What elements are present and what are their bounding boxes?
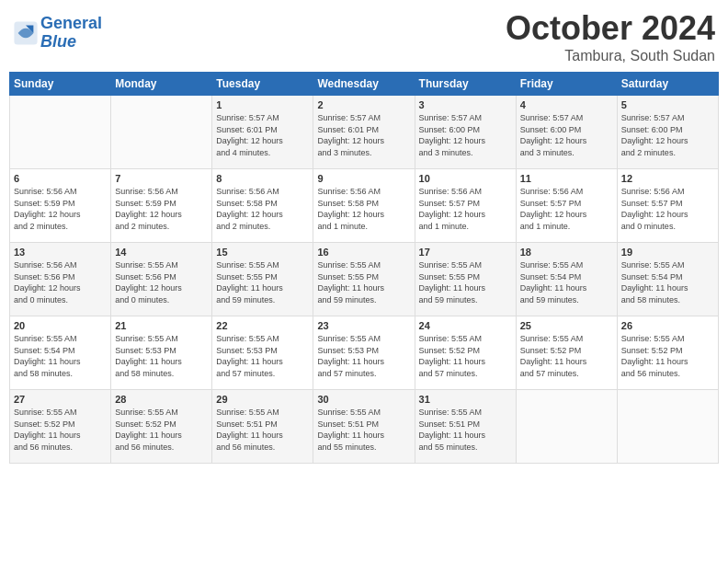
day-number: 26 [621, 320, 714, 331]
day-info: Sunrise: 5:55 AM Sunset: 5:54 PM Dayligh… [621, 259, 714, 305]
calendar-cell: 12Sunrise: 5:56 AM Sunset: 5:57 PM Dayli… [617, 169, 718, 243]
weekday-header: Friday [516, 73, 617, 96]
day-number: 6 [14, 173, 107, 184]
calendar-cell: 2Sunrise: 5:57 AM Sunset: 6:01 PM Daylig… [313, 96, 415, 169]
calendar-cell [10, 96, 111, 169]
calendar-cell: 15Sunrise: 5:55 AM Sunset: 5:55 PM Dayli… [212, 243, 313, 316]
month-title: October 2024 [506, 9, 715, 48]
day-info: Sunrise: 5:55 AM Sunset: 5:52 PM Dayligh… [115, 407, 208, 453]
calendar-cell: 13Sunrise: 5:56 AM Sunset: 5:56 PM Dayli… [10, 243, 111, 316]
day-info: Sunrise: 5:55 AM Sunset: 5:52 PM Dayligh… [621, 333, 714, 379]
weekday-header: Thursday [415, 73, 516, 96]
day-number: 3 [419, 99, 512, 110]
day-info: Sunrise: 5:57 AM Sunset: 6:01 PM Dayligh… [216, 112, 309, 158]
day-info: Sunrise: 5:55 AM Sunset: 5:51 PM Dayligh… [216, 407, 309, 453]
day-info: Sunrise: 5:56 AM Sunset: 5:56 PM Dayligh… [14, 259, 107, 305]
day-info: Sunrise: 5:56 AM Sunset: 5:57 PM Dayligh… [520, 186, 613, 232]
calendar-cell [617, 390, 718, 464]
day-number: 9 [317, 173, 410, 184]
day-info: Sunrise: 5:57 AM Sunset: 6:00 PM Dayligh… [621, 112, 714, 158]
weekday-header: Tuesday [212, 73, 313, 96]
day-number: 25 [520, 320, 613, 331]
day-info: Sunrise: 5:57 AM Sunset: 6:01 PM Dayligh… [317, 112, 410, 158]
calendar-cell: 22Sunrise: 5:55 AM Sunset: 5:53 PM Dayli… [212, 316, 313, 390]
day-info: Sunrise: 5:55 AM Sunset: 5:52 PM Dayligh… [419, 333, 512, 379]
day-info: Sunrise: 5:55 AM Sunset: 5:53 PM Dayligh… [317, 333, 410, 379]
day-number: 15 [216, 247, 309, 258]
calendar-cell: 8Sunrise: 5:56 AM Sunset: 5:58 PM Daylig… [212, 169, 313, 243]
day-number: 14 [115, 247, 208, 258]
day-number: 1 [216, 99, 309, 110]
day-number: 13 [14, 247, 107, 258]
calendar-cell: 14Sunrise: 5:55 AM Sunset: 5:56 PM Dayli… [111, 243, 212, 316]
day-info: Sunrise: 5:55 AM Sunset: 5:52 PM Dayligh… [520, 333, 613, 379]
calendar-week-row: 27Sunrise: 5:55 AM Sunset: 5:52 PM Dayli… [10, 390, 719, 464]
calendar-week-row: 1Sunrise: 5:57 AM Sunset: 6:01 PM Daylig… [10, 96, 719, 169]
day-info: Sunrise: 5:57 AM Sunset: 6:00 PM Dayligh… [419, 112, 512, 158]
calendar-cell: 28Sunrise: 5:55 AM Sunset: 5:52 PM Dayli… [111, 390, 212, 464]
day-number: 31 [419, 394, 512, 405]
calendar-cell: 23Sunrise: 5:55 AM Sunset: 5:53 PM Dayli… [313, 316, 415, 390]
day-number: 28 [115, 394, 208, 405]
page-header: General Blue October 2024 Tambura, South… [9, 9, 719, 64]
calendar-cell: 26Sunrise: 5:55 AM Sunset: 5:52 PM Dayli… [617, 316, 718, 390]
day-number: 5 [621, 99, 714, 110]
calendar-cell: 9Sunrise: 5:56 AM Sunset: 5:58 PM Daylig… [313, 169, 415, 243]
weekday-header: Saturday [617, 73, 718, 96]
day-number: 2 [317, 99, 410, 110]
day-info: Sunrise: 5:56 AM Sunset: 5:57 PM Dayligh… [419, 186, 512, 232]
calendar-cell: 10Sunrise: 5:56 AM Sunset: 5:57 PM Dayli… [415, 169, 516, 243]
calendar-cell: 7Sunrise: 5:56 AM Sunset: 5:59 PM Daylig… [111, 169, 212, 243]
calendar-cell: 27Sunrise: 5:55 AM Sunset: 5:52 PM Dayli… [10, 390, 111, 464]
day-info: Sunrise: 5:55 AM Sunset: 5:55 PM Dayligh… [216, 259, 309, 305]
day-info: Sunrise: 5:56 AM Sunset: 5:59 PM Dayligh… [14, 186, 107, 232]
day-number: 20 [14, 320, 107, 331]
day-number: 10 [419, 173, 512, 184]
calendar-table: SundayMondayTuesdayWednesdayThursdayFrid… [9, 72, 719, 464]
calendar-cell: 24Sunrise: 5:55 AM Sunset: 5:52 PM Dayli… [415, 316, 516, 390]
day-info: Sunrise: 5:55 AM Sunset: 5:53 PM Dayligh… [115, 333, 208, 379]
day-number: 21 [115, 320, 208, 331]
day-info: Sunrise: 5:56 AM Sunset: 5:59 PM Dayligh… [115, 186, 208, 232]
calendar-cell: 30Sunrise: 5:55 AM Sunset: 5:51 PM Dayli… [313, 390, 415, 464]
location-title: Tambura, South Sudan [506, 48, 715, 64]
calendar-cell: 5Sunrise: 5:57 AM Sunset: 6:00 PM Daylig… [617, 96, 718, 169]
day-number: 23 [317, 320, 410, 331]
day-info: Sunrise: 5:55 AM Sunset: 5:55 PM Dayligh… [317, 259, 410, 305]
day-info: Sunrise: 5:55 AM Sunset: 5:54 PM Dayligh… [14, 333, 107, 379]
day-number: 29 [216, 394, 309, 405]
day-number: 30 [317, 394, 410, 405]
day-info: Sunrise: 5:55 AM Sunset: 5:52 PM Dayligh… [14, 407, 107, 453]
calendar-cell: 17Sunrise: 5:55 AM Sunset: 5:55 PM Dayli… [415, 243, 516, 316]
day-number: 22 [216, 320, 309, 331]
calendar-cell: 11Sunrise: 5:56 AM Sunset: 5:57 PM Dayli… [516, 169, 617, 243]
calendar-cell [111, 96, 212, 169]
weekday-header: Sunday [10, 73, 111, 96]
calendar-cell: 4Sunrise: 5:57 AM Sunset: 6:00 PM Daylig… [516, 96, 617, 169]
calendar-cell: 3Sunrise: 5:57 AM Sunset: 6:00 PM Daylig… [415, 96, 516, 169]
day-info: Sunrise: 5:57 AM Sunset: 6:00 PM Dayligh… [520, 112, 613, 158]
day-info: Sunrise: 5:55 AM Sunset: 5:51 PM Dayligh… [419, 407, 512, 453]
calendar-week-row: 20Sunrise: 5:55 AM Sunset: 5:54 PM Dayli… [10, 316, 719, 390]
day-number: 17 [419, 247, 512, 258]
day-number: 16 [317, 247, 410, 258]
calendar-week-row: 13Sunrise: 5:56 AM Sunset: 5:56 PM Dayli… [10, 243, 719, 316]
day-info: Sunrise: 5:56 AM Sunset: 5:58 PM Dayligh… [216, 186, 309, 232]
calendar-cell: 20Sunrise: 5:55 AM Sunset: 5:54 PM Dayli… [10, 316, 111, 390]
day-info: Sunrise: 5:55 AM Sunset: 5:51 PM Dayligh… [317, 407, 410, 453]
calendar-cell: 21Sunrise: 5:55 AM Sunset: 5:53 PM Dayli… [111, 316, 212, 390]
day-info: Sunrise: 5:55 AM Sunset: 5:56 PM Dayligh… [115, 259, 208, 305]
day-number: 7 [115, 173, 208, 184]
title-block: October 2024 Tambura, South Sudan [506, 9, 715, 64]
calendar-cell: 16Sunrise: 5:55 AM Sunset: 5:55 PM Dayli… [313, 243, 415, 316]
day-info: Sunrise: 5:56 AM Sunset: 5:58 PM Dayligh… [317, 186, 410, 232]
day-number: 4 [520, 99, 613, 110]
day-info: Sunrise: 5:56 AM Sunset: 5:57 PM Dayligh… [621, 186, 714, 232]
calendar-header-row: SundayMondayTuesdayWednesdayThursdayFrid… [10, 73, 719, 96]
calendar-week-row: 6Sunrise: 5:56 AM Sunset: 5:59 PM Daylig… [10, 169, 719, 243]
calendar-cell: 18Sunrise: 5:55 AM Sunset: 5:54 PM Dayli… [516, 243, 617, 316]
calendar-cell: 1Sunrise: 5:57 AM Sunset: 6:01 PM Daylig… [212, 96, 313, 169]
day-number: 27 [14, 394, 107, 405]
day-info: Sunrise: 5:55 AM Sunset: 5:54 PM Dayligh… [520, 259, 613, 305]
day-number: 11 [520, 173, 613, 184]
